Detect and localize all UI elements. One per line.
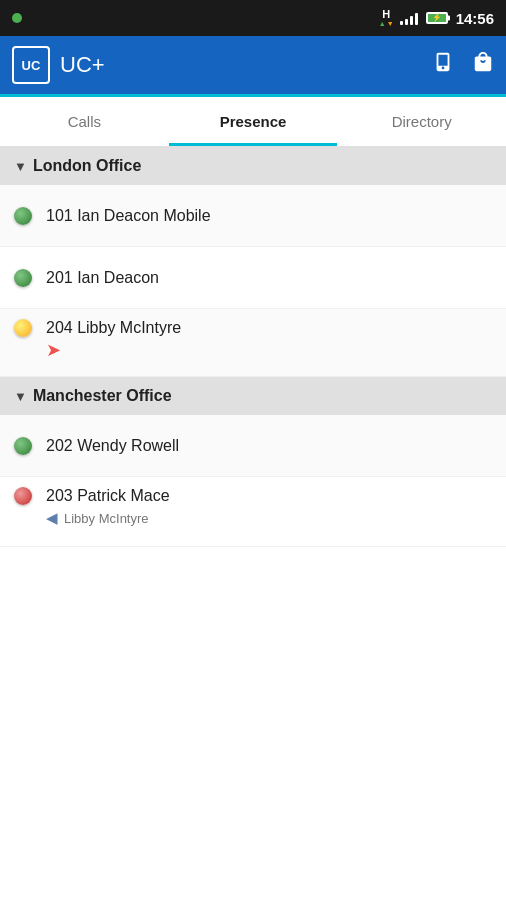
list-item[interactable]: 203 Patrick Mace ◀ Libby McIntyre (0, 477, 506, 547)
app-title: UC+ (60, 52, 105, 78)
group-header-manchester[interactable]: ▼ Manchester Office (0, 377, 506, 415)
bag-icon[interactable] (472, 51, 494, 79)
contact-name: 203 Patrick Mace (46, 487, 170, 505)
battery-icon: ⚡ (426, 12, 448, 24)
network-type-icon: H ▲ ▼ (379, 9, 394, 27)
chevron-down-icon: ▼ (14, 389, 27, 404)
presence-dot-yellow (14, 319, 32, 337)
app-bar: UC UC+ (0, 36, 506, 94)
chevron-down-icon: ▼ (14, 159, 27, 174)
list-item[interactable]: 101 Ian Deacon Mobile (0, 185, 506, 247)
status-bar-time: 14:56 (456, 10, 494, 27)
contact-name: 201 Ian Deacon (46, 269, 159, 287)
contact-subtext: Libby McIntyre (64, 511, 149, 526)
signal-icon (400, 11, 418, 25)
contact-name: 204 Libby McIntyre (46, 319, 181, 337)
presence-dot-red (14, 487, 32, 505)
app-bar-left: UC UC+ (12, 46, 105, 84)
presence-dot-green (14, 437, 32, 455)
group-header-london[interactable]: ▼ London Office (0, 147, 506, 185)
forward-arrow-icon: ➤ (46, 340, 61, 360)
call-arrow-icon: ◀ (46, 509, 58, 527)
group-name-london: London Office (33, 157, 141, 175)
tab-presence[interactable]: Presence (169, 97, 338, 146)
list-item[interactable]: 202 Wendy Rowell (0, 415, 506, 477)
app-bar-right (432, 51, 494, 79)
tab-bar: Calls Presence Directory (0, 97, 506, 147)
contact-name: 101 Ian Deacon Mobile (46, 207, 211, 225)
list-item[interactable]: 201 Ian Deacon (0, 247, 506, 309)
presence-dot-green (14, 207, 32, 225)
uc-logo: UC (12, 46, 50, 84)
presence-dot-green (14, 269, 32, 287)
contact-name: 202 Wendy Rowell (46, 437, 179, 455)
group-name-manchester: Manchester Office (33, 387, 172, 405)
list-item[interactable]: 204 Libby McIntyre ➤ (0, 309, 506, 377)
status-dot (12, 13, 22, 23)
content: ▼ London Office 101 Ian Deacon Mobile 20… (0, 147, 506, 547)
tab-directory[interactable]: Directory (337, 97, 506, 146)
tab-calls[interactable]: Calls (0, 97, 169, 146)
phone-icon[interactable] (432, 51, 454, 79)
